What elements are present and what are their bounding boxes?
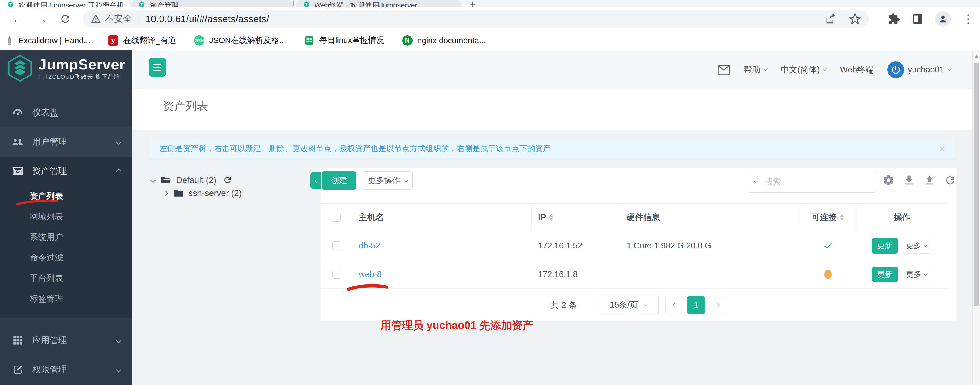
bookmark-nginx[interactable]: N nginx documenta...: [402, 35, 486, 46]
browser-tab-2[interactable]: 资产管理: [131, 0, 293, 7]
language-menu[interactable]: 中文(简体): [781, 64, 827, 75]
sort-icon[interactable]: [549, 214, 554, 220]
column-header-hardware[interactable]: 硬件信息: [620, 204, 799, 231]
browser-tab-1[interactable]: 欢迎使用Jumpserver 开源堡垒机: [0, 0, 129, 7]
bookmark-json[interactable]: JSON JSON在线解析及格...: [194, 35, 286, 46]
chevron-down-icon: [823, 67, 827, 71]
bookmark-label: nginx documenta...: [417, 36, 486, 45]
browser-tab-strip: 欢迎使用Jumpserver 开源堡垒机 资产管理 Web终端 - 欢迎使用Ju…: [0, 0, 980, 7]
refresh-icon[interactable]: [223, 175, 232, 185]
sidebar-subitem-command-filter[interactable]: 命令过滤: [0, 248, 132, 268]
security-label: 不安全: [105, 13, 132, 25]
subitem-label: 平台列表: [30, 273, 63, 284]
tab-title: 资产管理: [150, 0, 179, 7]
chevron-right-icon[interactable]: [162, 190, 168, 196]
update-button[interactable]: 更新: [872, 267, 898, 282]
create-button[interactable]: 创建: [322, 171, 356, 190]
new-tab-button[interactable]: +: [470, 0, 476, 7]
bookmark-excalidraw[interactable]: Excalidraw | Hand...: [5, 36, 90, 45]
prev-page-button[interactable]: [665, 296, 683, 314]
help-menu[interactable]: 帮助: [744, 64, 767, 75]
scroll-up-arrow[interactable]: [974, 55, 978, 58]
row-more-button[interactable]: 更多: [900, 267, 932, 282]
sidebar-item-applications[interactable]: 应用管理: [0, 326, 132, 355]
column-header-reachable[interactable]: 可连接: [799, 204, 857, 231]
page-size-label: 15条/页: [609, 299, 638, 311]
back-button[interactable]: ←: [12, 13, 24, 25]
help-label: 帮助: [744, 64, 760, 75]
refresh-icon[interactable]: [944, 174, 956, 187]
sidebar-item-users[interactable]: 用户管理: [0, 127, 132, 157]
page-number-active[interactable]: 1: [687, 296, 705, 314]
json-icon: JSON: [194, 35, 204, 46]
menu-toggle-button[interactable]: [149, 58, 166, 77]
asset-table-panel: ‹ 创建 更多操作: [321, 168, 956, 321]
host-link[interactable]: db-52: [359, 241, 380, 251]
next-page-button[interactable]: [709, 296, 727, 314]
sidebar-item-label: 仪表盘: [32, 107, 121, 119]
browser-profile-avatar[interactable]: [935, 11, 951, 27]
row-checkbox[interactable]: [332, 270, 341, 279]
more-actions-button[interactable]: 更多操作: [363, 171, 412, 190]
row-more-button[interactable]: 更多: [900, 238, 932, 254]
sidebar-subitem-asset-list[interactable]: 资产列表: [0, 186, 132, 206]
browser-tab-3[interactable]: Web终端 - 欢迎使用Jumpserver...: [296, 0, 461, 7]
download-icon[interactable]: [903, 174, 915, 187]
search-input[interactable]: [764, 177, 870, 187]
gear-icon[interactable]: [882, 174, 895, 187]
sidebar-subitem-label-mgmt[interactable]: 标签管理: [0, 289, 132, 309]
web-terminal-label: Web终端: [840, 64, 873, 75]
host-link[interactable]: web-8: [359, 270, 382, 279]
hardware-cell: [620, 260, 799, 289]
forward-button[interactable]: →: [36, 13, 48, 25]
asset-table: 主机名 IP 硬件信息 可连接 操作 db-52 172.16.1.52 1 C…: [321, 203, 948, 289]
tree-node-default[interactable]: Default (2): [150, 174, 242, 187]
bookmark-linux[interactable]: 每日linux掌握情况: [304, 35, 385, 46]
table-header-row: 主机名 IP 硬件信息 可连接 操作: [321, 203, 948, 232]
page-scrollbar[interactable]: [972, 50, 980, 385]
close-icon[interactable]: ×: [939, 143, 945, 154]
tree-node-ssh-server[interactable]: ssh-server (2): [150, 187, 242, 200]
search-box[interactable]: [748, 171, 876, 193]
jumpserver-favicon-icon: [303, 1, 310, 7]
row-checkbox[interactable]: [332, 241, 341, 250]
scrollbar-thumb[interactable]: [974, 63, 979, 306]
sidebar-subitem-platform-list[interactable]: 平台列表: [0, 268, 132, 289]
security-status[interactable]: 不安全: [91, 13, 132, 25]
page-size-select[interactable]: 15条/页: [598, 295, 659, 315]
web-terminal-link[interactable]: Web终端: [840, 64, 873, 75]
side-panel-icon[interactable]: [912, 13, 924, 25]
user-menu[interactable]: yuchao01: [888, 61, 951, 78]
sidebar-item-assets[interactable]: 资产管理: [0, 157, 132, 186]
update-button[interactable]: 更新: [872, 238, 898, 254]
sidebar-item-permissions[interactable]: 权限管理: [0, 355, 132, 384]
power-icon: [890, 64, 901, 75]
address-bar[interactable]: 不安全 10.0.0.61/ui/#/assets/assets/: [83, 10, 869, 27]
chevron-up-icon: [116, 168, 121, 174]
sidebar-subitem-system-users[interactable]: 系统用户: [0, 227, 132, 248]
reload-button[interactable]: [59, 13, 71, 25]
logo[interactable]: JumpServer FIT2CLOUD飞致云 旗下品牌: [0, 50, 132, 87]
chevron-down-icon[interactable]: [150, 177, 156, 183]
extensions-puzzle-icon[interactable]: [888, 13, 900, 25]
column-header-hostname[interactable]: 主机名: [352, 204, 531, 231]
upload-icon[interactable]: [923, 174, 936, 187]
bookmark-star-icon[interactable]: [849, 13, 861, 25]
bookmark-youdao[interactable]: y 在线翻译_有道: [108, 35, 176, 46]
select-all-checkbox[interactable]: [332, 213, 341, 222]
url-text[interactable]: 10.0.0.61/ui/#/assets/assets/: [145, 13, 825, 24]
browser-menu-icon[interactable]: ⋮: [962, 13, 974, 25]
collapse-tree-button[interactable]: ‹: [310, 172, 321, 189]
username-label: yuchao01: [908, 65, 944, 75]
sidebar-subitem-domain-list[interactable]: 网域列表: [0, 206, 132, 227]
mail-icon[interactable]: [718, 65, 730, 75]
asset-tree: Default (2) ssh-server (2): [150, 174, 242, 200]
sort-icon[interactable]: [840, 214, 844, 220]
share-icon[interactable]: [825, 13, 837, 25]
sidebar-item-dashboard[interactable]: 仪表盘: [0, 98, 132, 127]
hardware-cell: 1 Core 1.982 G 20.0 G: [620, 232, 799, 260]
subitem-label: 网域列表: [30, 211, 63, 222]
chevron-down-icon[interactable]: [754, 179, 758, 183]
bookmark-label: 每日linux掌握情况: [319, 35, 385, 46]
column-header-ip[interactable]: IP: [531, 204, 620, 231]
